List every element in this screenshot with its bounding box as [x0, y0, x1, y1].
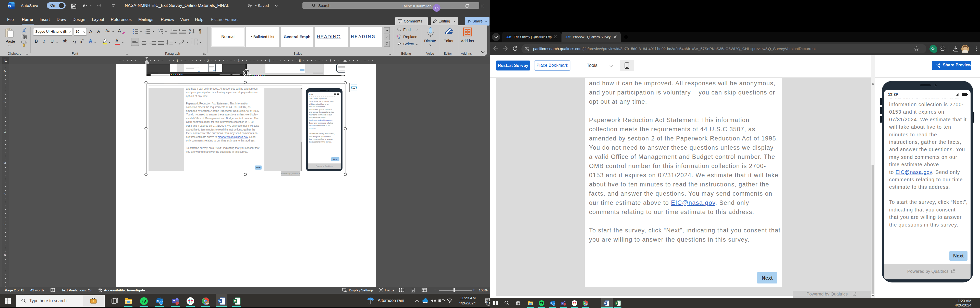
svg-text:A: A	[189, 28, 191, 31]
svg-text:2: 2	[207, 59, 209, 62]
svg-text:Z: Z	[189, 32, 191, 35]
svg-text:4: 4	[3, 131, 7, 133]
svg-text:W: W	[604, 302, 606, 305]
svg-text:2: 2	[3, 70, 7, 72]
svg-text:T: T	[562, 302, 563, 305]
svg-text:3: 3	[145, 32, 145, 34]
svg-text:X: X	[616, 302, 617, 305]
svg-text:4: 4	[269, 59, 270, 62]
svg-text:6: 6	[330, 59, 331, 62]
svg-text:1: 1	[158, 29, 159, 30]
svg-text:i: i	[160, 33, 160, 34]
svg-text:1: 1	[177, 59, 178, 62]
svg-text:7: 7	[3, 223, 7, 225]
svg-text:M: M	[508, 35, 511, 39]
svg-text:O: O	[157, 300, 159, 302]
svg-text:5: 5	[299, 59, 301, 62]
svg-text:W: W	[8, 4, 11, 8]
svg-text:O: O	[550, 302, 552, 304]
svg-text:6: 6	[3, 193, 7, 194]
svg-text:M: M	[568, 35, 571, 39]
svg-text:W: W	[218, 300, 221, 303]
svg-text:3: 3	[3, 101, 7, 102]
svg-text:5: 5	[3, 162, 7, 164]
svg-text:a: a	[159, 30, 160, 32]
svg-text:b: b	[396, 35, 398, 37]
svg-text:X: X	[234, 300, 236, 303]
svg-text:8: 8	[3, 254, 7, 255]
svg-text:3: 3	[238, 59, 240, 62]
svg-text:T: T	[173, 300, 175, 303]
